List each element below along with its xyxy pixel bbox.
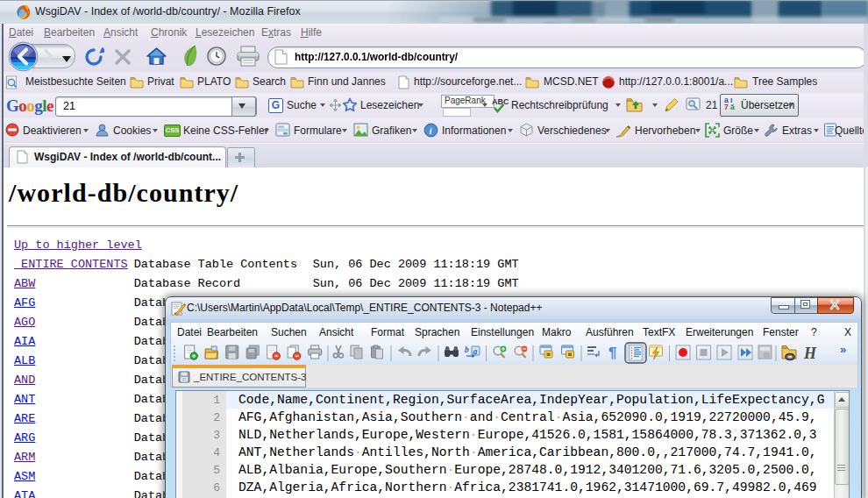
svg-text:ABC: ABC — [492, 97, 509, 106]
svg-text:b: b — [465, 345, 469, 354]
svg-text:H: H — [803, 345, 817, 362]
svg-text:a: a — [473, 347, 478, 356]
svg-text:»: » — [840, 343, 846, 356]
svg-text:¶: ¶ — [608, 345, 616, 361]
